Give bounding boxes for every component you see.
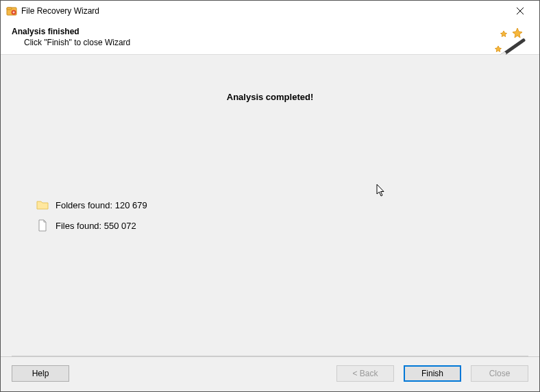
result-files-label: Files found: 550 072 [56, 221, 136, 231]
close-button: Close [471, 365, 528, 382]
result-files: Files found: 550 072 [36, 219, 147, 232]
back-button: < Back [336, 365, 394, 382]
app-icon [6, 5, 17, 16]
header-title: Analysis finished [12, 27, 528, 36]
wizard-header: Analysis finished Click "Finish" to clos… [1, 21, 539, 55]
analysis-completed-label: Analysis completed! [1, 55, 539, 102]
file-icon [36, 219, 49, 232]
wizard-footer: Help < Back Finish Close [1, 356, 539, 391]
folder-icon [36, 199, 49, 211]
window-close-button[interactable] [506, 1, 534, 21]
result-folders-label: Folders found: 120 679 [56, 200, 147, 210]
window-title: File Recovery Wizard [21, 6, 99, 16]
header-subtitle: Click "Finish" to close Wizard [24, 38, 528, 47]
result-folders: Folders found: 120 679 [36, 199, 147, 211]
finish-button[interactable]: Finish [404, 365, 461, 382]
svg-rect-1 [7, 8, 12, 10]
mouse-cursor-icon [376, 184, 386, 197]
help-button[interactable]: Help [12, 365, 69, 382]
results-list: Folders found: 120 679 Files found: 550 … [36, 199, 147, 240]
titlebar: File Recovery Wizard [1, 1, 539, 21]
wizard-content: Analysis completed! Folders found: 120 6… [1, 55, 539, 356]
